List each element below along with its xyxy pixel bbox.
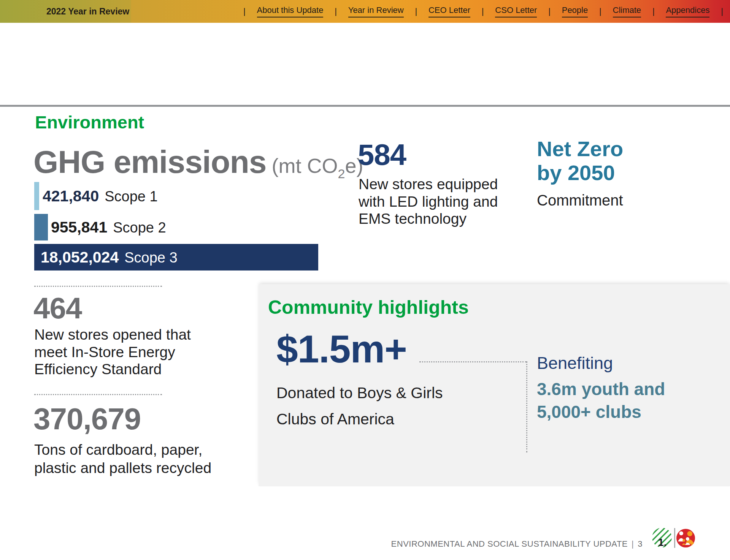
page-number: 3 [638, 539, 643, 549]
nav-link-cso-letter[interactable]: CSO Letter [495, 5, 537, 17]
dotted-connector-vertical [526, 361, 527, 452]
report-page: 2022 Year in Review | About this Update … [0, 0, 730, 560]
dotted-connector-horizontal [419, 361, 527, 362]
scope3-label: Scope 3 [124, 250, 177, 266]
edition-title: 2022 Year in Review [46, 0, 129, 23]
scope2-value: 955,841 [51, 218, 107, 236]
top-navigation: | About this Update | Year in Review | C… [243, 0, 723, 23]
community-highlights-heading: Community highlights [268, 296, 469, 318]
ghg-title-text: GHG emissions [33, 144, 267, 180]
stat-584-description: New stores equipped with LED lighting an… [359, 176, 498, 228]
footer-caption: ENVIRONMENTAL AND SOCIAL SUSTAINABILITY … [380, 539, 643, 549]
scope1-label: Scope 1 [105, 188, 157, 205]
footer-separator: | [632, 539, 634, 549]
nav-link-about[interactable]: About this Update [257, 5, 324, 17]
benefit-label: Benefiting [537, 353, 613, 373]
stat-370679-description: Tons of cardboard, paper, plastic and pa… [34, 441, 211, 477]
net-zero-sub: Commitment [537, 192, 623, 209]
nav-link-ceo-letter[interactable]: CEO Letter [428, 5, 470, 17]
nav-link-appendices[interactable]: Appendices [666, 5, 709, 17]
ghg-emissions-title: GHG emissions(mt CO2e) [33, 144, 363, 181]
nav-separator: | [415, 6, 417, 16]
family-dollar-logo [676, 529, 695, 547]
nav-link-people[interactable]: People [562, 5, 588, 17]
stat-464-value: 464 [33, 293, 82, 324]
scope3-row: 18,052,024 Scope 3 [34, 244, 338, 271]
nav-separator: | [599, 6, 601, 16]
environment-section-label: Environment [35, 112, 144, 132]
svg-text:1.: 1. [658, 537, 667, 548]
scope1-row: 421,840 Scope 1 [34, 182, 338, 210]
logo-divider [674, 528, 675, 548]
ghg-unit: (mt CO2e) [272, 154, 363, 177]
stat-584-value: 584 [358, 140, 406, 170]
dotted-rule [34, 394, 162, 395]
nav-separator: | [721, 6, 723, 16]
dollar-tree-logo: 1. [652, 527, 672, 548]
benefit-description: 3.6m youth and 5,000+ clubs [537, 378, 665, 423]
nav-separator: | [482, 6, 484, 16]
stat-464-description: New stores opened that meet In-Store Ene… [34, 326, 191, 378]
nav-link-climate[interactable]: Climate [613, 5, 641, 17]
ghg-bar-chart: 421,840 Scope 1 955,841 Scope 2 18,052,0… [34, 182, 338, 271]
top-gradient-bar: 2022 Year in Review | About this Update … [0, 0, 730, 23]
dotted-rule [34, 286, 162, 287]
nav-separator: | [548, 6, 551, 16]
scope2-label: Scope 2 [113, 220, 166, 236]
section-divider [0, 105, 730, 107]
stat-370679-value: 370,679 [33, 403, 141, 435]
scope3-value: 18,052,024 [41, 248, 119, 266]
nav-separator: | [243, 6, 246, 16]
donation-value: $1.5m+ [276, 329, 407, 369]
footer-title: ENVIRONMENTAL AND SOCIAL SUSTAINABILITY … [391, 539, 628, 549]
donation-description: Donated to Boys & Girls Clubs of America [276, 380, 443, 432]
net-zero-headline: Net Zero by 2050 [537, 137, 623, 185]
nav-separator: | [652, 6, 655, 16]
scope2-bar [34, 214, 48, 240]
nav-separator: | [335, 6, 337, 16]
nav-link-year-in-review[interactable]: Year in Review [348, 5, 404, 17]
scope2-row: 955,841 Scope 2 [34, 214, 338, 240]
scope1-value: 421,840 [43, 187, 99, 205]
scope1-bar [34, 182, 39, 210]
